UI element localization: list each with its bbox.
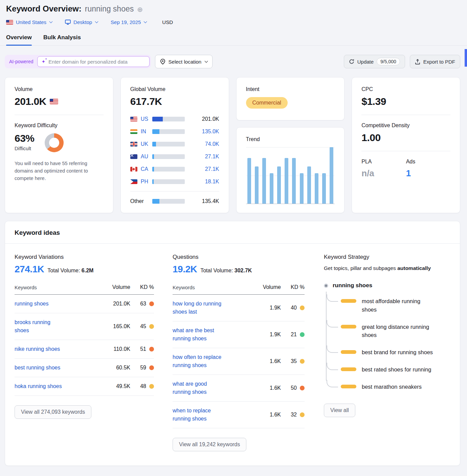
view-all-strategy-button[interactable]: View all: [324, 404, 355, 417]
questions-section: Questions 19.2K Total Volume: 302.7K Key…: [173, 254, 305, 451]
table-row: best running shoes 60.5K 59: [15, 359, 154, 377]
us-flag-icon: [6, 20, 13, 25]
trend-bar: [322, 173, 326, 204]
trend-bar: [247, 158, 251, 204]
trend-bar: [277, 166, 281, 204]
competitive-density-value: 1.00: [361, 132, 450, 143]
volume-value: 201.0K: [15, 96, 46, 107]
table-row: nike running shoes 110.0K 51: [15, 340, 154, 359]
keyword-link[interactable]: how often to replace running shoes: [173, 353, 231, 369]
add-keyword-icon[interactable]: ⊕: [137, 5, 143, 14]
scrollbar-thumb[interactable]: [465, 49, 467, 67]
date-filter[interactable]: Sep 19, 2025: [111, 19, 147, 25]
keyword-link[interactable]: when to replace running shoes: [173, 407, 223, 423]
ads-label: Ads: [406, 159, 450, 165]
update-button[interactable]: Update 9/5,000: [344, 55, 405, 68]
desktop-icon: [65, 20, 71, 25]
keyword-link[interactable]: brooks running shoes: [15, 318, 65, 335]
global-volume-label: Global Volume: [130, 86, 219, 92]
keyword-link[interactable]: how long do running shoes last: [173, 300, 231, 316]
country-row: IN 135.0K: [130, 125, 219, 138]
ads-value[interactable]: 1: [406, 168, 450, 179]
trend-bar: [292, 158, 296, 204]
domain-input[interactable]: ✦✦ Enter domain for personalized data: [37, 56, 150, 67]
table-header: Keywords Volume KD %: [173, 284, 305, 295]
kd-dot: [149, 324, 154, 329]
export-pdf-button[interactable]: Export to PDF: [410, 55, 460, 68]
view-all-variations-button[interactable]: View all 274,093 keywords: [15, 405, 91, 419]
country-volume-bar: [152, 117, 185, 121]
keyword-link[interactable]: nike running shoes: [15, 345, 73, 353]
country-volume-bar: [152, 142, 185, 146]
country-row: AU 27.1K: [130, 150, 219, 163]
topic-bar-icon: [341, 299, 356, 303]
kd-label: Keyword Difficulty: [15, 122, 104, 129]
tab-overview[interactable]: Overview: [6, 34, 32, 45]
intent-badge[interactable]: Commercial: [246, 97, 288, 109]
keyword-ideas-title: Keyword ideas: [5, 221, 460, 244]
uk-flag-icon: [130, 142, 137, 146]
trend-label: Trend: [246, 136, 335, 142]
trend-bar: [315, 173, 318, 204]
table-row: when to replace running shoes 1.6K 32: [173, 402, 305, 428]
table-row: running shoes 201.0K 63: [15, 295, 154, 313]
us-flag-icon: [130, 117, 137, 121]
strategy-topic[interactable]: best marathon sneakers: [341, 383, 450, 391]
chevron-down-icon: [205, 59, 208, 63]
questions-count[interactable]: 19.2K: [173, 264, 197, 275]
trend-bar: [255, 166, 259, 204]
cpc-value: $1.39: [361, 96, 450, 107]
trend-chart: [246, 147, 335, 204]
ai-powered-group: AI-powered ✦✦ Enter domain for personali…: [5, 55, 151, 68]
kd-dot: [149, 347, 154, 352]
keyword-link[interactable]: best running shoes: [15, 364, 73, 372]
variations-count[interactable]: 274.1K: [15, 264, 44, 275]
table-row: hoka running shoes 49.5K 48: [15, 377, 154, 396]
keyword-strategy-section: Keyword Strategy Get topics, pillar and …: [323, 254, 450, 451]
strategy-topic[interactable]: best brand for running shoes: [341, 348, 450, 357]
refresh-icon: [349, 59, 354, 64]
page-title-keyword: running shoes: [85, 4, 134, 14]
table-header: Keywords Volume KD %: [15, 284, 154, 295]
kd-dot: [149, 365, 154, 370]
trend-card: Trend: [236, 127, 345, 213]
keyword-variations-section: Keyword Variations 274.1K Total Volume: …: [15, 254, 154, 451]
page-header: Keyword Overview: running shoes ⊕ United…: [5, 0, 460, 46]
country-volume-bar: [152, 199, 185, 204]
keyword-link[interactable]: what are the best running shoes: [173, 326, 227, 343]
keyword-link[interactable]: running shoes: [15, 300, 73, 308]
strategy-subtitle: Get topics, pillar and subpages automati…: [324, 265, 450, 271]
toolbar: AI-powered ✦✦ Enter domain for personali…: [5, 55, 460, 68]
select-location-button[interactable]: Select location: [155, 55, 213, 68]
view-all-questions-button[interactable]: View all 19,242 keywords: [173, 438, 246, 451]
in-flag-icon: [130, 129, 137, 134]
table-row: how often to replace running shoes 1.6K …: [173, 348, 305, 375]
strategy-root-keyword[interactable]: running shoes: [333, 282, 372, 289]
keyword-ideas-card: Keyword ideas Keyword Variations 274.1K …: [5, 221, 460, 466]
country-row: PH 18.1K: [130, 175, 219, 188]
trend-bar: [262, 158, 266, 204]
us-flag-icon: [50, 99, 58, 105]
country-volume-bar: [152, 129, 185, 134]
kd-dot: [300, 359, 305, 364]
kd-dot: [300, 305, 305, 310]
trend-bar: [270, 173, 273, 204]
keyword-link[interactable]: what are good running shoes: [173, 380, 220, 396]
export-icon: [415, 59, 420, 65]
kd-note: You will need to have 55 referring domai…: [15, 160, 104, 182]
variations-title: Keyword Variations: [15, 254, 154, 260]
strategy-topic[interactable]: most affordable running shoes: [341, 297, 450, 314]
questions-title: Questions: [173, 254, 305, 260]
strategy-topic[interactable]: great long distance running shoes: [341, 323, 450, 340]
currency-label: USD: [162, 19, 173, 25]
tab-bulk-analysis[interactable]: Bulk Analysis: [43, 34, 81, 45]
strategy-title: Keyword Strategy: [324, 254, 450, 260]
kd-dot: [300, 412, 305, 417]
country-filter[interactable]: United States: [6, 19, 52, 25]
keyword-link[interactable]: hoka running shoes: [15, 382, 73, 390]
device-filter[interactable]: Desktop: [65, 19, 98, 25]
kd-dot: [300, 332, 305, 337]
intent-card: Intent Commercial: [236, 77, 345, 120]
trend-bar: [330, 147, 333, 204]
strategy-topic[interactable]: best rated shoes for running: [341, 365, 450, 374]
